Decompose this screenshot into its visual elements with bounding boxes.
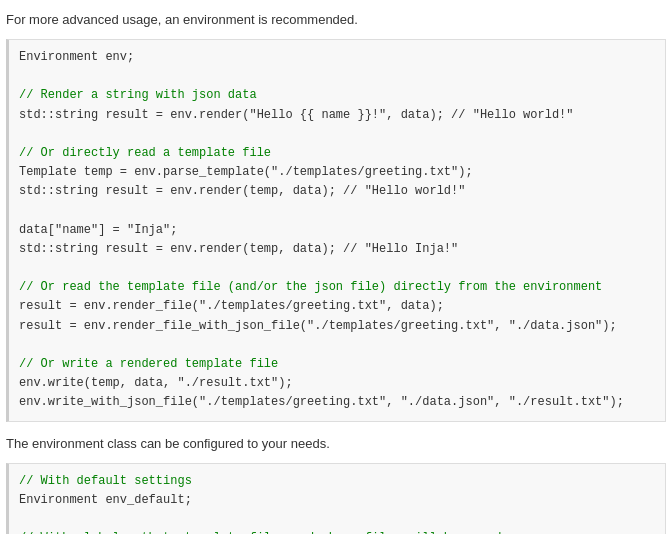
mid-text: The environment class can be configured …: [6, 432, 666, 455]
intro-text: For more advanced usage, an environment …: [6, 8, 666, 31]
code-block-1: Environment env; // Render a string with…: [6, 39, 666, 422]
code-block-2: // With default settings Environment env…: [6, 463, 666, 534]
